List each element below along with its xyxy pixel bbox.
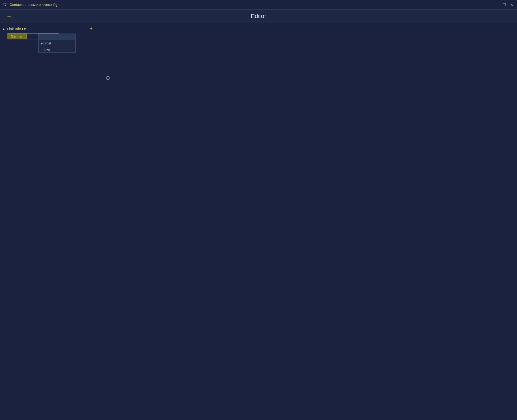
title-bar-controls: — ☐ ✕ [494,2,515,7]
title-bar: 🛡 Cordaware bestzero hiveconfig — ☐ ✕ [0,0,517,10]
app-icon: 🛡 [2,2,7,7]
tree-node-label: Link Info OS [7,27,27,31]
minimize-button[interactable]: — [494,2,500,7]
maximize-button[interactable]: ☐ [501,2,507,7]
add-node-button[interactable]: + [89,26,94,32]
main-content [96,23,517,420]
dropdown-search-input[interactable] [39,34,75,40]
content-area: ▲ Link Info OS + German einmal immer ▲ ▼… [0,23,517,420]
header-bar: ← Editor [0,10,517,23]
title-bar-left: 🛡 Cordaware bestzero hiveconfig [2,2,57,7]
dropdown-popup: einmal immer [38,34,76,53]
dropdown-item-einmal[interactable]: einmal [39,40,75,46]
collapse-icon: ▲ [2,27,6,31]
sidebar: ▲ Link Info OS + German einmal immer ▲ ▼… [0,23,96,420]
back-button[interactable]: ← [4,12,14,20]
tree-node-link-info-os[interactable]: ▲ Link Info OS + [0,25,96,33]
dropdown-item-immer[interactable]: immer [39,46,75,52]
close-button[interactable]: ✕ [508,2,515,7]
app-title: Cordaware bestzero hiveconfig [10,3,57,7]
german-label: German [7,33,27,39]
circle-indicator [106,76,110,80]
page-title: Editor [251,13,266,20]
